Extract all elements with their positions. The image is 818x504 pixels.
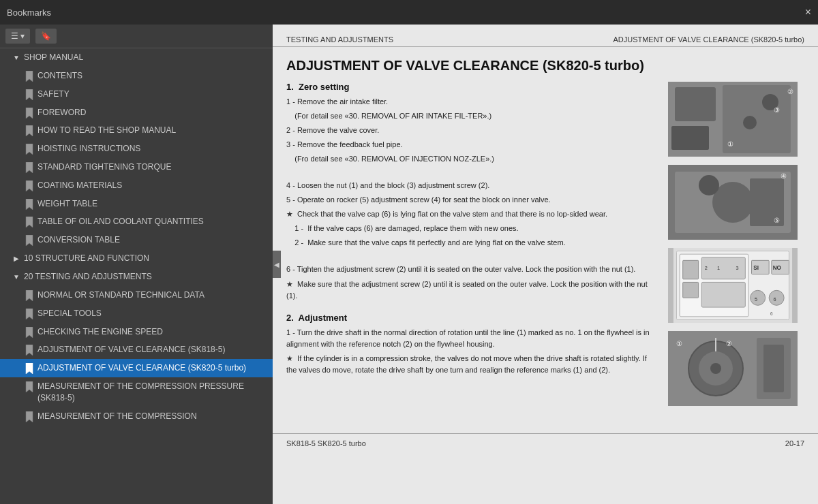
sidebar-content: ▼SHOP MANUAL CONTENTS SAFETY FOREWORD HO…	[0, 48, 273, 504]
chevron-left-icon: ◀	[274, 261, 279, 268]
toolbar-list-button[interactable]: ☰ ▾	[5, 29, 30, 44]
svg-text:②: ②	[787, 88, 793, 95]
svg-text:6: 6	[774, 296, 776, 302]
sidebar-item-normal-standard[interactable]: NORMAL OR STANDARD TECHNICAL DATA	[0, 286, 273, 304]
sidebar-item-label: SPECIAL TOOLS	[37, 308, 267, 319]
svg-rect-19	[683, 260, 699, 279]
bookmark-icon	[25, 235, 34, 245]
para-1-11: 6 - Tighten the adjustment screw (2) unt…	[286, 264, 657, 275]
content-area: TESTING AND ADJUSTMENTS ADJUSTMENT OF VA…	[273, 25, 818, 504]
sidebar-item-coating[interactable]: COATING MATERIALS	[0, 176, 273, 195]
section-heading-2: 2. Adjustment	[286, 313, 657, 323]
sidebar-item-label: CHECKING THE ENGINE SPEED	[37, 326, 267, 338]
para-1-12: ★ Make sure that the adjustment screw (2…	[286, 279, 657, 302]
toolbar-bookmark-button[interactable]: 🔖	[35, 29, 57, 44]
bookmark-icon	[25, 290, 34, 300]
svg-point-30	[751, 290, 766, 305]
sidebar-item-label: SAFETY	[37, 89, 267, 100]
svg-text:5: 5	[755, 296, 757, 302]
sidebar-item-valve-sk820[interactable]: ADJUSTMENT OF VALVE CLEARANCE (SK820-5 t…	[0, 359, 273, 377]
sidebar-item-conversion[interactable]: CONVERSION TABLE	[0, 231, 273, 249]
image-4: ① ②	[668, 331, 798, 406]
collapse-sidebar-button[interactable]: ◀	[273, 251, 281, 278]
sidebar-item-label: NORMAL OR STANDARD TECHNICAL DATA	[37, 289, 267, 301]
sidebar-item-contents[interactable]: CONTENTS	[0, 67, 273, 85]
para-1-4: 3 - Remove the feedback fuel pipe.	[286, 139, 657, 151]
svg-text:1: 1	[717, 265, 720, 271]
svg-rect-8	[671, 126, 709, 150]
bookmark-icon	[25, 180, 34, 190]
para-1-10: 2 - Make sure that the valve caps fit pe…	[286, 237, 657, 249]
sidebar-item-hoisting[interactable]: HOISTING INSTRUCTIONS	[0, 140, 273, 158]
bookmark-icon	[25, 71, 34, 80]
sidebar-item-label: 10 STRUCTURE AND FUNCTION	[24, 253, 267, 264]
sidebar: ☰ ▾ 🔖 ▼SHOP MANUAL CONTENTS SAFETY FOREW…	[0, 25, 273, 504]
bookmark-icon	[25, 381, 34, 391]
sidebar-item-testing[interactable]: ▼20 TESTING AND ADJUSTMENTS	[0, 268, 273, 286]
para-1-8: ★ Check that the valve cap (6) is lying …	[286, 208, 657, 220]
sidebar-item-label: HOW TO READ THE SHOP MANUAL	[37, 125, 267, 136]
sidebar-item-structure[interactable]: ▶10 STRUCTURE AND FUNCTION	[0, 249, 273, 268]
bookmark-icon	[25, 144, 34, 153]
sidebar-item-checking-engine[interactable]: CHECKING THE ENGINE SPEED	[0, 323, 273, 341]
svg-point-12	[699, 175, 719, 195]
svg-text:3: 3	[736, 265, 739, 271]
para-1-9: 1 - If the valve caps (6) are damaged, r…	[286, 223, 657, 234]
sidebar-item-safety[interactable]: SAFETY	[0, 85, 273, 104]
sidebar-item-label: 20 TESTING AND ADJUSTMENTS	[24, 271, 267, 283]
para-1-2: (For detail see «30. REMOVAL OF AIR INTA…	[286, 110, 657, 122]
sidebar-item-shop-manual[interactable]: ▼SHOP MANUAL	[0, 48, 273, 67]
sidebar-item-label: ADJUSTMENT OF VALVE CLEARANCE (SK820-5 t…	[37, 362, 267, 374]
sidebar-item-weight-table[interactable]: WEIGHT TABLE	[0, 195, 273, 213]
sidebar-item-label: HOISTING INSTRUCTIONS	[37, 143, 267, 155]
bookmark-icon: 🔖	[41, 31, 51, 41]
bookmark-icon	[25, 327, 34, 336]
sidebar-item-label: WEIGHT TABLE	[37, 198, 267, 210]
sidebar-item-valve-sk818[interactable]: ADJUSTMENT OF VALVE CLEARANCE (SK818-5)	[0, 341, 273, 359]
page-header: TESTING AND ADJUSTMENTS ADJUSTMENT OF VA…	[273, 25, 818, 47]
sidebar-item-label: STANDARD TIGHTENING TORQUE	[37, 161, 267, 173]
dropdown-icon: ▾	[20, 31, 25, 41]
bookmark-icon	[25, 162, 34, 172]
image-2: ④ ⑤	[668, 165, 798, 240]
section-heading-1: 1. Zero setting	[286, 82, 657, 92]
main-area: ☰ ▾ 🔖 ▼SHOP MANUAL CONTENTS SAFETY FOREW…	[0, 25, 818, 504]
sidebar-item-compression-sk820[interactable]: MEASUREMENT OF THE COMPRESSION	[0, 407, 273, 426]
sidebar-item-oil-coolant[interactable]: TABLE OF OIL AND COOLANT QUANTITIES	[0, 212, 273, 231]
sidebar-item-label: SHOP MANUAL	[24, 52, 267, 63]
para-1-7: 5 - Operate on rocker (5) adjustment scr…	[286, 194, 657, 206]
expand-icon: ▼	[11, 272, 22, 283]
para-2-2: ★ If the cylinder is in a compression st…	[286, 353, 657, 376]
image-3: 2 1 3 SI NO 5 6 6	[668, 248, 798, 323]
sidebar-item-label: MEASUREMENT OF THE COMPRESSION	[37, 411, 267, 422]
sidebar-item-foreword[interactable]: FOREWORD	[0, 104, 273, 122]
sidebar-item-special-tools[interactable]: SPECIAL TOOLS	[0, 304, 273, 323]
sidebar-item-label: CONTENTS	[37, 70, 267, 82]
sidebar-item-label: FOREWORD	[37, 107, 267, 119]
section-zero-setting: 1. Zero setting 1 - Remove the air intak…	[286, 82, 657, 302]
svg-text:6: 6	[770, 311, 773, 316]
close-button[interactable]: ×	[805, 6, 811, 18]
sidebar-item-how-to-read[interactable]: HOW TO READ THE SHOP MANUAL	[0, 121, 273, 140]
para-1-6: 4 - Loosen the nut (1) and the block (3)…	[286, 180, 657, 191]
sidebar-item-standard-tightening[interactable]: STANDARD TIGHTENING TORQUE	[0, 158, 273, 176]
bookmark-icon	[25, 217, 34, 226]
content-body: 1. Zero setting 1 - Remove the air intak…	[273, 82, 818, 428]
svg-text:③: ③	[774, 106, 780, 114]
svg-rect-41	[763, 345, 784, 392]
sidebar-item-label: COATING MATERIALS	[37, 180, 267, 191]
header-left: TESTING AND ADJUSTMENTS	[286, 35, 393, 44]
image-column: ② ③ ① ④ ⑤	[668, 82, 804, 414]
text-column: 1. Zero setting 1 - Remove the air intak…	[286, 82, 657, 414]
svg-text:SI: SI	[753, 265, 759, 271]
svg-text:2: 2	[705, 265, 708, 271]
sidebar-item-label: TABLE OF OIL AND COOLANT QUANTITIES	[37, 216, 267, 227]
sidebar-item-compression-sk818[interactable]: MEASUREMENT OF THE COMPRESSION PRESSURE …	[0, 377, 273, 407]
bookmark-icon	[25, 363, 34, 373]
section-adjustment: 2. Adjustment 1 - Turn the drive shaft i…	[286, 313, 657, 376]
svg-rect-21	[701, 257, 745, 279]
bookmark-icon	[25, 411, 34, 421]
bookmark-icon	[25, 125, 34, 135]
svg-point-31	[769, 290, 784, 305]
svg-rect-22	[701, 282, 745, 307]
